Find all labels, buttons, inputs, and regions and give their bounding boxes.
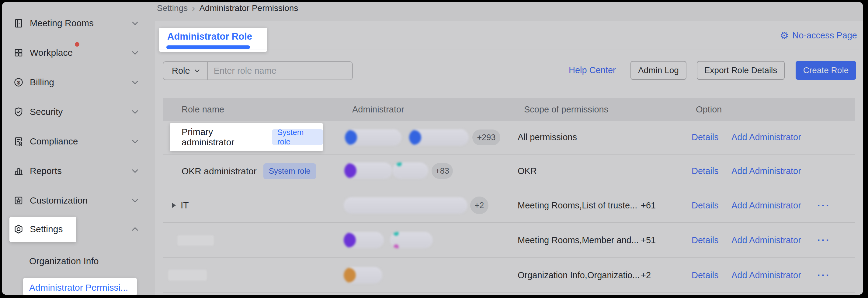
details-link[interactable]: Details — [691, 155, 719, 188]
scope-text: OKR — [518, 155, 537, 188]
sidebar-item-meeting-rooms[interactable]: Meeting Rooms — [13, 13, 139, 33]
tabs-divider — [156, 49, 860, 49]
column-scope: Scope of permissions — [524, 98, 608, 121]
export-role-details-button[interactable]: Export Role Details — [697, 61, 785, 80]
details-link[interactable]: Details — [691, 188, 719, 222]
role-search-box: Role — [163, 61, 353, 80]
role-table: Primary administrator System role +293 A… — [163, 121, 855, 293]
row-spotlight: Primary administrator System role — [170, 123, 323, 151]
blurred-avatar-chip — [344, 197, 467, 214]
tab-spotlight: Administrator Role — [159, 28, 267, 52]
gear-icon: ⚙ — [780, 30, 789, 40]
notification-dot — [75, 42, 80, 47]
no-access-page-label: No-access Page — [792, 30, 857, 40]
breadcrumb: Settings › Administrator Permissions — [157, 3, 298, 13]
role-name-cell: IT — [172, 188, 189, 222]
admin-count-pill[interactable]: +2 — [470, 196, 489, 214]
scope-extra-count[interactable]: +61 — [641, 188, 656, 222]
add-administrator-link[interactable]: Add Administrator — [732, 121, 801, 154]
grid-icon — [13, 48, 24, 58]
bar-chart-icon — [13, 166, 24, 176]
blurred-avatar-chip — [344, 162, 392, 179]
dollar-icon: $ — [13, 77, 24, 87]
sidebar-item-label: Customization — [30, 195, 88, 206]
scope-extra-count[interactable]: +51 — [641, 223, 656, 258]
scope-text: Meeting Rooms,Member and... — [518, 223, 639, 258]
breadcrumb-parent[interactable]: Settings — [157, 3, 188, 13]
tab-administrator-role[interactable]: Administrator Role — [167, 28, 252, 46]
admin-log-button[interactable]: Admin Log — [630, 61, 686, 80]
shield-check-icon — [13, 107, 24, 117]
more-options-icon[interactable]: ··· — [817, 258, 830, 293]
role-name: IT — [181, 200, 189, 211]
sidebar-item-label: Workplace — [30, 48, 73, 58]
sidebar-item-label: Billing — [30, 77, 54, 87]
add-administrator-link[interactable]: Add Administrator — [732, 155, 801, 188]
screenshot-root: Settings › Administrator Permissions Mee… — [0, 0, 868, 298]
star-square-icon — [13, 195, 24, 206]
scope-text: Meeting Rooms,List of truste... — [518, 188, 637, 222]
more-options-icon[interactable]: ··· — [817, 188, 830, 222]
role-name: OKR administrator — [182, 166, 257, 177]
blurred-avatar-chip — [392, 162, 428, 179]
no-access-page-link[interactable]: ⚙ No-access Page — [780, 30, 857, 40]
expand-triangle-icon[interactable] — [172, 202, 176, 208]
redacted-role-name — [177, 235, 214, 246]
sidebar-item-label: Settings — [30, 224, 63, 234]
scope-text: All permissions — [518, 121, 577, 154]
breadcrumb-current: Administrator Permissions — [199, 3, 298, 13]
scope-text: Organization Info,Organizatio... — [518, 258, 640, 293]
admin-console-window: Settings › Administrator Permissions Mee… — [2, 2, 863, 295]
sidebar-subitem-organization-info[interactable]: Organization Info — [29, 256, 98, 266]
table-row: OKR administrator System role +83 OKR De… — [163, 155, 855, 188]
table-row: Primary administrator System role +293 A… — [163, 121, 855, 155]
column-option: Option — [696, 98, 722, 121]
scope-extra-count[interactable]: +2 — [641, 258, 651, 293]
table-row: Organization Info,Organizatio... +2 Deta… — [163, 258, 855, 293]
sidebar-item-settings[interactable]: Settings — [13, 219, 139, 239]
blurred-avatar-chip — [409, 129, 469, 146]
chevron-down-icon — [131, 196, 139, 205]
role-name-cell: OKR administrator System role — [182, 155, 316, 188]
more-options-icon[interactable]: ··· — [817, 223, 830, 258]
redacted-role-name — [168, 270, 207, 281]
details-link[interactable]: Details — [691, 223, 719, 258]
system-role-badge: System role — [272, 129, 323, 145]
search-filter-dropdown[interactable]: Role — [163, 66, 207, 76]
sidebar-item-customization[interactable]: Customization — [13, 191, 139, 210]
add-administrator-link[interactable]: Add Administrator — [732, 188, 801, 222]
table-header: Role name Administrator Scope of permiss… — [163, 98, 855, 121]
create-role-button[interactable]: Create Role — [796, 61, 856, 80]
add-administrator-link[interactable]: Add Administrator — [732, 223, 801, 258]
sidebar-item-label: Security — [30, 107, 63, 117]
sidebar-item-label: Meeting Rooms — [30, 18, 94, 28]
chevron-down-icon — [131, 167, 139, 175]
chevron-up-icon — [131, 225, 139, 234]
chevron-down-icon — [131, 49, 139, 57]
sidebar-item-billing[interactable]: $ Billing — [13, 73, 139, 92]
document-seal-icon — [13, 136, 24, 146]
blurred-avatar-chip — [345, 129, 401, 146]
search-filter-label: Role — [172, 66, 190, 76]
admin-count-pill[interactable]: +83 — [432, 163, 453, 179]
role-name-input[interactable] — [208, 66, 352, 76]
breadcrumb-separator-icon: › — [192, 3, 195, 13]
door-icon — [13, 18, 24, 28]
help-center-link[interactable]: Help Center — [569, 65, 616, 75]
column-role-name: Role name — [182, 98, 224, 121]
admin-count-pill[interactable]: +293 — [472, 130, 500, 145]
sidebar-item-reports[interactable]: Reports — [13, 161, 139, 181]
details-link[interactable]: Details — [691, 121, 719, 154]
sidebar-item-compliance[interactable]: Compliance — [13, 132, 139, 151]
system-role-badge: System role — [264, 163, 316, 179]
blurred-avatar-chip — [344, 232, 384, 248]
add-administrator-link[interactable]: Add Administrator — [732, 258, 801, 293]
sidebar-item-security[interactable]: Security — [13, 102, 139, 121]
sidebar-subitem-administrator-permissions[interactable]: Administrator Permissi... — [29, 282, 128, 293]
chevron-down-icon — [131, 19, 139, 27]
role-name: Primary administrator — [182, 127, 265, 147]
details-link[interactable]: Details — [691, 258, 719, 293]
table-row: Meeting Rooms,Member and... +51 Details … — [163, 223, 855, 258]
main-panel: ⚙ No-access Page Administrator Role Role… — [155, 21, 863, 295]
sidebar-item-label: Compliance — [30, 136, 78, 146]
